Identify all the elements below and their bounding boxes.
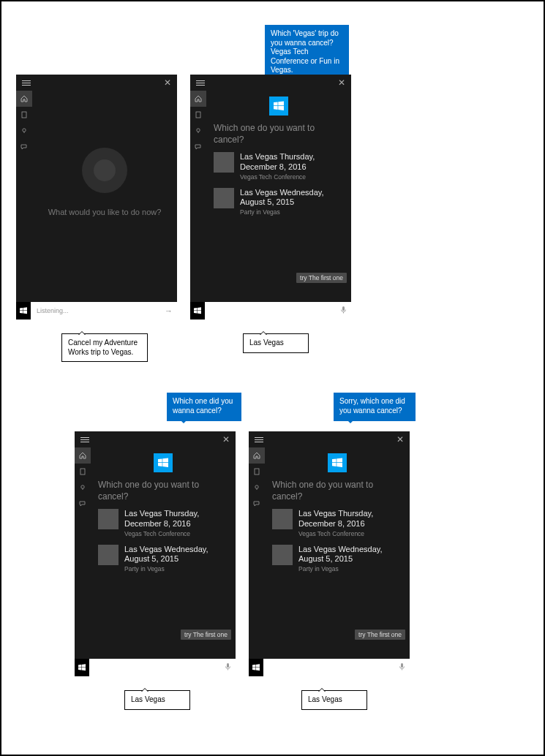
- cortana-voice-bubble-4: Sorry, which one did you wanna cancel?: [334, 393, 416, 421]
- cortana-voice-bubble-3: Which one did you wanna cancel?: [167, 393, 241, 421]
- svg-point-9: [81, 485, 84, 488]
- mic-icon[interactable]: [340, 306, 347, 316]
- trip-option-1[interactable]: Las Vegas Wednesday, August 5, 2015 Part…: [98, 545, 231, 573]
- user-speech-bubble-2: Las Vegas: [243, 333, 309, 353]
- try-hint: try The first one: [296, 273, 347, 283]
- windows-logo-icon: [20, 307, 27, 314]
- trip-title: Las Vegas Wednesday, August 5, 2015: [298, 545, 405, 565]
- app-tile-icon: [269, 97, 288, 116]
- lightbulb-icon: [79, 484, 86, 491]
- trip-title: Las Vegas Wednesday, August 5, 2015: [124, 545, 231, 565]
- cortana-ring-icon: [82, 148, 127, 193]
- try-hint: try The first one: [181, 630, 231, 640]
- svg-point-14: [255, 485, 258, 488]
- app-tile-icon: [328, 453, 347, 472]
- titlebar: ✕: [190, 75, 351, 91]
- cortana-panel-4: ✕ Which one do you want to cancel? L: [249, 431, 410, 676]
- disambiguation-question: Which one do you want to cancel?: [98, 480, 231, 502]
- cortana-panel-1: ✕ What would you like to do now? Listeni…: [16, 75, 177, 320]
- svg-rect-11: [227, 663, 229, 668]
- trip-option-0[interactable]: Las Vegas Thursday, December 8, 2016 Veg…: [98, 509, 231, 537]
- sidebar-home[interactable]: [249, 447, 265, 464]
- sidebar-lightbulb[interactable]: [16, 123, 32, 139]
- cortana-panel-2: ✕ Which one do you want to cancel? L: [190, 75, 351, 320]
- try-hint: try The first one: [355, 630, 405, 640]
- home-icon: [195, 95, 202, 102]
- start-button[interactable]: [16, 302, 31, 320]
- user-speech-bubble-3: Las Vegas: [124, 690, 190, 710]
- hamburger-icon[interactable]: [255, 437, 263, 442]
- hamburger-icon[interactable]: [196, 80, 205, 86]
- start-button[interactable]: [190, 302, 205, 320]
- sidebar-notebook[interactable]: [75, 464, 91, 480]
- svg-rect-8: [80, 469, 85, 475]
- mic-icon[interactable]: [399, 662, 405, 673]
- start-button[interactable]: [75, 659, 89, 676]
- titlebar: ✕: [75, 431, 236, 447]
- disambiguation-question: Which one do you want to cancel?: [272, 480, 405, 502]
- submit-arrow-icon[interactable]: →: [165, 306, 173, 315]
- app-tile-icon: [154, 453, 173, 472]
- svg-rect-16: [401, 663, 403, 668]
- feedback-icon: [79, 500, 86, 507]
- sidebar-home[interactable]: [190, 91, 206, 107]
- trip-thumbnail: [214, 152, 234, 173]
- trip-thumbnail: [98, 545, 119, 565]
- titlebar: ✕: [16, 75, 177, 91]
- cortana-voice-bubble-2: Which 'Vegas' trip do you wanna cancel? …: [265, 25, 349, 81]
- sidebar-notebook[interactable]: [16, 107, 32, 123]
- trip-option-1[interactable]: Las Vegas Wednesday, August 5, 2015 Part…: [214, 188, 347, 216]
- start-button[interactable]: [249, 659, 263, 676]
- sidebar-feedback[interactable]: [249, 496, 265, 512]
- lightbulb-icon: [195, 127, 202, 135]
- user-speech-bubble-1: Cancel my Adventure Works trip to Vegas.: [61, 333, 148, 362]
- sidebar-notebook[interactable]: [249, 464, 265, 480]
- notebook-icon: [195, 111, 202, 118]
- sidebar-lightbulb[interactable]: [249, 480, 265, 496]
- svg-point-4: [197, 129, 200, 132]
- sidebar-feedback[interactable]: [190, 139, 206, 155]
- input-bar: [249, 659, 410, 676]
- mic-icon[interactable]: [225, 662, 231, 673]
- trip-list: Las Vegas Thursday, December 8, 2016 Veg…: [98, 509, 231, 580]
- feedback-icon: [253, 500, 260, 507]
- sidebar: [16, 91, 32, 302]
- close-icon[interactable]: ✕: [222, 434, 230, 445]
- trip-thumbnail: [214, 188, 234, 208]
- disambiguation-question: Which one do you want to cancel?: [214, 123, 347, 145]
- input-bar: Listening... →: [16, 302, 177, 320]
- hamburger-icon[interactable]: [80, 437, 89, 442]
- document-frame: ✕ What would you like to do now? Listeni…: [0, 0, 545, 756]
- windows-logo-icon: [252, 664, 260, 671]
- sidebar-feedback[interactable]: [16, 139, 32, 155]
- sidebar-notebook[interactable]: [190, 107, 206, 123]
- lightbulb-icon: [253, 484, 260, 491]
- sidebar-feedback[interactable]: [75, 496, 91, 512]
- trip-option-1[interactable]: Las Vegas Wednesday, August 5, 2015 Part…: [272, 545, 405, 573]
- close-icon[interactable]: ✕: [164, 78, 171, 88]
- trip-subtitle: Party in Vegas: [298, 565, 405, 572]
- sidebar-home[interactable]: [16, 91, 32, 107]
- windows-logo-icon: [78, 664, 86, 671]
- sidebar-home[interactable]: [75, 447, 91, 464]
- home-icon: [79, 452, 86, 459]
- close-icon[interactable]: ✕: [396, 434, 404, 445]
- trip-option-0[interactable]: Las Vegas Thursday, December 8, 2016 Veg…: [214, 152, 347, 181]
- close-icon[interactable]: ✕: [338, 78, 345, 88]
- input-bar: [190, 302, 351, 320]
- svg-rect-6: [342, 306, 345, 311]
- windows-logo-icon: [194, 307, 201, 314]
- trip-option-0[interactable]: Las Vegas Thursday, December 8, 2016 Veg…: [272, 509, 405, 537]
- trip-subtitle: Vegas Tech Conference: [124, 530, 231, 537]
- search-input[interactable]: Listening...: [37, 307, 162, 314]
- cortana-panel-3: ✕ Which one do you want to cancel? L: [75, 431, 236, 676]
- lightbulb-icon: [20, 127, 28, 135]
- trip-subtitle: Party in Vegas: [240, 208, 347, 216]
- hamburger-icon[interactable]: [22, 80, 31, 86]
- sidebar-lightbulb[interactable]: [190, 123, 206, 139]
- home-icon: [20, 95, 28, 102]
- sidebar-lightbulb[interactable]: [75, 480, 91, 496]
- user-speech-bubble-4: Las Vegas: [301, 690, 367, 710]
- notebook-icon: [79, 468, 86, 475]
- notebook-icon: [253, 468, 260, 475]
